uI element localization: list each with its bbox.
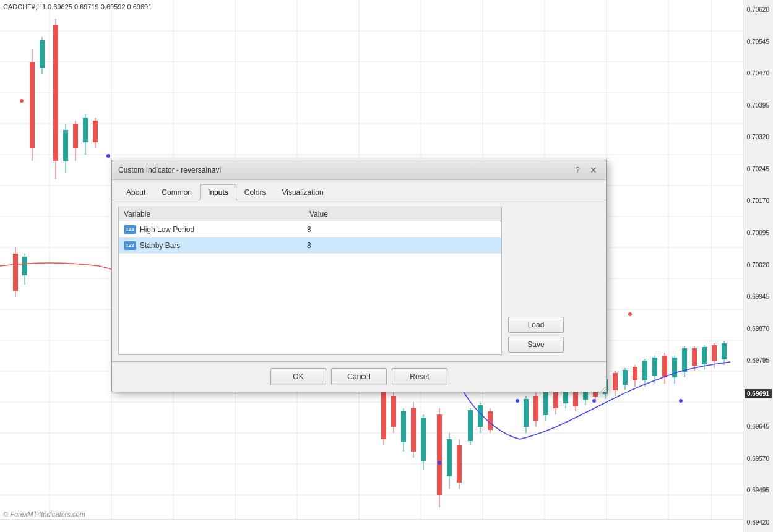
modal-backdrop: Custom Indicator - reversalnavi ? ✕ Abou… [0, 0, 773, 532]
tab-bar: About Common Inputs Colors Visualization [112, 180, 606, 200]
svg-line-133 [603, 389, 606, 392]
row-variable-1: High Low Period [140, 225, 307, 234]
dialog-content: Variable Value 123 High Low Period 8 123… [112, 200, 606, 361]
dialog-close-button[interactable]: ✕ [587, 166, 600, 174]
save-button[interactable]: Save [508, 337, 564, 353]
row-variable-2: Stanby Bars [140, 241, 307, 250]
dialog-controls: ? ✕ [573, 165, 600, 174]
tab-about[interactable]: About [118, 184, 153, 200]
row-icon-2: 123 [124, 241, 136, 250]
inputs-table: Variable Value 123 High Low Period 8 123… [118, 207, 502, 355]
dialog-footer: OK Cancel Reset [112, 361, 606, 392]
load-button[interactable]: Load [508, 317, 564, 333]
table-row[interactable]: 123 High Low Period 8 [119, 221, 501, 238]
tab-colors[interactable]: Colors [236, 184, 274, 200]
table-header: Variable Value [119, 207, 501, 221]
side-buttons: Load Save [508, 207, 564, 355]
tab-inputs[interactable]: Inputs [200, 184, 236, 200]
resize-handle[interactable] [598, 384, 606, 392]
ok-button[interactable]: OK [270, 368, 326, 385]
dialog-help-button[interactable]: ? [573, 165, 582, 174]
table-row[interactable]: 123 Stanby Bars 8 [119, 238, 501, 254]
value-header: Value [309, 210, 496, 218]
dialog-title: Custom Indicator - reversalnavi [118, 166, 221, 174]
reset-button[interactable]: Reset [392, 368, 447, 385]
svg-line-132 [601, 387, 606, 392]
row-icon-1: 123 [124, 225, 136, 234]
row-value-1: 8 [307, 225, 496, 234]
tab-common[interactable]: Common [153, 184, 200, 200]
cancel-button[interactable]: Cancel [331, 368, 387, 385]
tab-visualization[interactable]: Visualization [274, 184, 331, 200]
variable-header: Variable [124, 210, 309, 218]
indicator-dialog: Custom Indicator - reversalnavi ? ✕ Abou… [111, 160, 607, 392]
dialog-titlebar: Custom Indicator - reversalnavi ? ✕ [112, 160, 606, 180]
row-value-2: 8 [307, 241, 496, 250]
dialog-layout: Variable Value 123 High Low Period 8 123… [118, 207, 600, 355]
